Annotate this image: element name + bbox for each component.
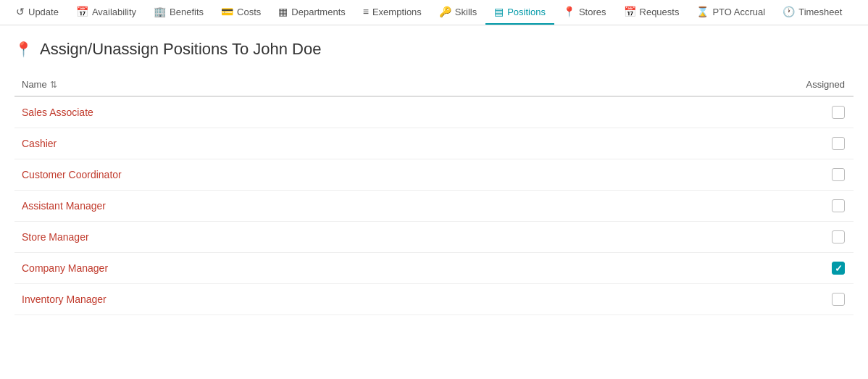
nav-label-stores: Stores	[579, 7, 606, 17]
row-assigned-customer-coordinator	[582, 159, 854, 191]
row-assigned-sales-associate	[582, 96, 854, 128]
nav-bar: ↺Update📅Availability🏢Benefits💳Costs▦Depa…	[0, 0, 868, 25]
table-row: Cashier	[14, 128, 854, 159]
nav-icon-availability: 📅	[76, 6, 88, 17]
row-name-company-manager: Company Manager	[14, 253, 582, 284]
row-name-sales-associate: Sales Associate	[14, 96, 582, 128]
table-row: Assistant Manager	[14, 191, 854, 222]
col-header-name: Name ⇅	[14, 73, 582, 96]
row-assigned-store-manager	[582, 222, 854, 253]
nav-icon-departments: ▦	[278, 6, 288, 17]
nav-label-benefits: Benefits	[170, 7, 204, 17]
sort-icon[interactable]: ⇅	[50, 80, 57, 90]
nav-label-timesheet: Timesheet	[798, 7, 842, 17]
page-title: Assign/Unassign Positions To John Doe	[40, 40, 321, 59]
nav-item-departments[interactable]: ▦Departments	[270, 0, 354, 25]
row-assigned-assistant-manager	[582, 191, 854, 222]
checkbox-cashier[interactable]	[832, 137, 845, 150]
nav-item-skills[interactable]: 🔑Skills	[430, 0, 485, 25]
nav-item-update[interactable]: ↺Update	[7, 0, 67, 25]
nav-icon-exemptions: ≡	[363, 6, 369, 17]
nav-label-departments: Departments	[291, 7, 345, 17]
nav-item-exemptions[interactable]: ≡Exemptions	[354, 0, 430, 25]
positions-table: Name ⇅ Assigned Sales AssociateCashierCu…	[14, 73, 854, 315]
row-assigned-company-manager	[582, 253, 854, 284]
nav-icon-update: ↺	[16, 6, 25, 17]
nav-item-timesheet[interactable]: 🕐Timesheet	[774, 0, 851, 25]
row-name-cashier: Cashier	[14, 128, 582, 159]
table-row: Store Manager	[14, 222, 854, 253]
nav-icon-positions: ▤	[494, 6, 504, 17]
nav-icon-skills: 🔑	[439, 6, 451, 17]
checkbox-inventory-manager[interactable]	[832, 293, 845, 306]
nav-icon-benefits: 🏢	[154, 6, 166, 17]
nav-label-pto-accrual: PTO Accrual	[712, 7, 765, 17]
nav-label-update: Update	[28, 7, 59, 17]
checkbox-sales-associate[interactable]	[832, 106, 845, 119]
table-header-row: Name ⇅ Assigned	[14, 73, 854, 96]
nav-icon-requests: 📅	[624, 6, 636, 17]
nav-item-stores[interactable]: 📍Stores	[554, 0, 615, 25]
nav-label-exemptions: Exemptions	[372, 7, 422, 17]
row-name-inventory-manager: Inventory Manager	[14, 284, 582, 315]
row-assigned-cashier	[582, 128, 854, 159]
table-row: Customer Coordinator	[14, 159, 854, 191]
nav-icon-timesheet: 🕐	[783, 6, 795, 17]
row-assigned-inventory-manager	[582, 284, 854, 315]
table-row: Company Manager	[14, 253, 854, 284]
row-name-assistant-manager: Assistant Manager	[14, 191, 582, 222]
nav-icon-pto-accrual: ⌛	[696, 6, 709, 17]
page-title-row: 📍 Assign/Unassign Positions To John Doe	[14, 40, 854, 59]
row-name-customer-coordinator: Customer Coordinator	[14, 159, 582, 191]
col-header-assigned: Assigned	[582, 73, 854, 96]
checkbox-customer-coordinator[interactable]	[832, 168, 845, 181]
nav-icon-stores: 📍	[563, 6, 575, 17]
checkbox-assistant-manager[interactable]	[832, 199, 845, 212]
nav-label-availability: Availability	[92, 7, 136, 17]
page-content: 📍 Assign/Unassign Positions To John Doe …	[0, 25, 868, 315]
nav-icon-costs: 💳	[221, 6, 233, 17]
table-row: Sales Associate	[14, 96, 854, 128]
nav-item-pto-accrual[interactable]: ⌛PTO Accrual	[688, 0, 774, 25]
nav-item-benefits[interactable]: 🏢Benefits	[145, 0, 212, 25]
nav-item-availability[interactable]: 📅Availability	[67, 0, 145, 25]
nav-label-requests: Requests	[640, 7, 680, 17]
nav-label-skills: Skills	[455, 7, 477, 17]
nav-label-costs: Costs	[237, 7, 261, 17]
table-row: Inventory Manager	[14, 284, 854, 315]
row-name-store-manager: Store Manager	[14, 222, 582, 253]
nav-item-costs[interactable]: 💳Costs	[212, 0, 270, 25]
checkbox-company-manager[interactable]	[832, 262, 845, 275]
location-icon: 📍	[14, 41, 33, 58]
nav-label-positions: Positions	[507, 7, 546, 17]
checkbox-store-manager[interactable]	[832, 230, 845, 243]
nav-item-requests[interactable]: 📅Requests	[615, 0, 688, 25]
nav-item-positions[interactable]: ▤Positions	[485, 0, 554, 25]
